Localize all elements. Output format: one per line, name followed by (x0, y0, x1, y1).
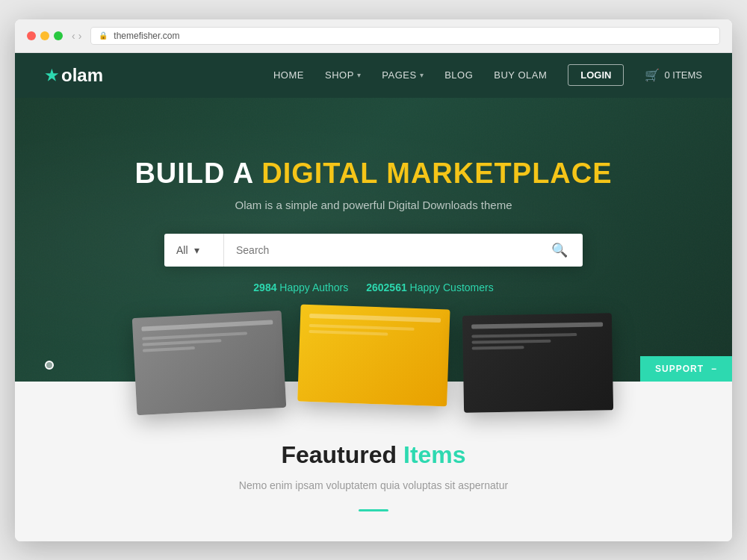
preview-card-2 (297, 304, 450, 406)
browser-chrome: ‹ › 🔒 themefisher.com (15, 19, 732, 53)
address-bar[interactable]: 🔒 themefisher.com (90, 27, 720, 45)
login-button[interactable]: LOGIN (568, 64, 624, 86)
card-top-bar-2 (309, 313, 441, 322)
logo-star-icon: ★ (45, 66, 58, 84)
featured-subtitle: Nemo enim ipsam voluptatem quia voluptas… (45, 479, 702, 491)
search-category-label: All (176, 244, 188, 256)
stat-authors: 2984 Happy Authors (253, 281, 348, 293)
nav-blog[interactable]: BLOG (444, 69, 473, 81)
hero-title: BUILD A DIGITAL MARKETPLACE (45, 158, 702, 190)
shop-chevron-icon: ▾ (357, 71, 362, 79)
nav-shop[interactable]: SHOP ▾ (325, 69, 361, 81)
hero-subtitle: Olam is a simple and powerful Digital Do… (45, 199, 702, 211)
preview-card-1 (132, 310, 287, 414)
featured-title: Feautured Items (45, 441, 702, 469)
card-top-bar (141, 320, 273, 331)
browser-nav-arrows: ‹ › (72, 30, 81, 42)
card-lines (142, 330, 274, 352)
card-lines-3 (471, 332, 603, 349)
maximize-button[interactable] (54, 31, 63, 40)
card-top-bar-3 (471, 322, 603, 329)
featured-title-highlight: Items (403, 441, 466, 468)
site-header: ★ olam HOME SHOP ▾ PAGES ▾ BLOG BUY OLAM… (15, 53, 732, 98)
cart-icon: 🛒 (645, 68, 660, 82)
search-icon: 🔍 (551, 242, 568, 258)
stat-authors-number: 2984 (253, 281, 276, 293)
nav-buy-olam[interactable]: BUY OLAM (494, 69, 547, 81)
forward-arrow-icon[interactable]: › (78, 30, 82, 42)
featured-title-part1: Feautured (281, 441, 403, 468)
nav-pages[interactable]: PAGES ▾ (382, 69, 424, 81)
nav-home[interactable]: HOME (273, 69, 304, 81)
search-input[interactable] (224, 234, 536, 267)
logo[interactable]: ★ olam (45, 65, 103, 86)
support-button[interactable]: SUPPORT − (640, 356, 732, 382)
logo-text: olam (61, 65, 103, 86)
back-arrow-icon[interactable]: ‹ (72, 30, 75, 42)
browser-window: ‹ › 🔒 themefisher.com ★ olam HOME SHOP ▾… (15, 19, 732, 541)
cart-count: 0 ITEMS (664, 69, 702, 81)
close-button[interactable] (27, 31, 36, 40)
hero-title-part1: BUILD A (134, 158, 261, 189)
hero-content: BUILD A DIGITAL MARKETPLACE Olam is a si… (45, 158, 702, 293)
stat-customers: 2602561 Happy Customers (366, 281, 493, 293)
hero-title-highlight: DIGITAL MARKETPLACE (261, 158, 612, 189)
preview-card-3 (462, 313, 613, 412)
site-nav: HOME SHOP ▾ PAGES ▾ BLOG BUY OLAM LOGIN … (273, 64, 702, 86)
stat-authors-label: Happy Authors (276, 281, 348, 293)
cart-area[interactable]: 🛒 0 ITEMS (645, 68, 702, 82)
support-label: SUPPORT (655, 364, 704, 374)
category-chevron-icon: ▾ (194, 244, 199, 256)
url-text: themefisher.com (114, 31, 179, 41)
hero-preview-cards (15, 314, 732, 411)
section-divider (359, 509, 388, 511)
card-lines-2 (309, 323, 440, 337)
lock-icon: 🔒 (99, 31, 108, 40)
support-minus-icon: − (711, 364, 717, 374)
hero-stats: 2984 Happy Authors 2602561 Happy Custome… (45, 281, 702, 293)
pages-chevron-icon: ▾ (420, 71, 424, 79)
hero-section: BUILD A DIGITAL MARKETPLACE Olam is a si… (15, 98, 732, 382)
slider-dot[interactable] (45, 361, 54, 370)
search-button[interactable]: 🔍 (536, 234, 583, 267)
stat-customers-number: 2602561 (366, 281, 407, 293)
traffic-lights (27, 31, 63, 40)
site-content: ★ olam HOME SHOP ▾ PAGES ▾ BLOG BUY OLAM… (15, 53, 732, 541)
minimize-button[interactable] (40, 31, 49, 40)
stat-customers-label: Happy Customers (407, 281, 494, 293)
search-category-dropdown[interactable]: All ▾ (164, 234, 224, 267)
search-bar: All ▾ 🔍 (164, 234, 583, 267)
